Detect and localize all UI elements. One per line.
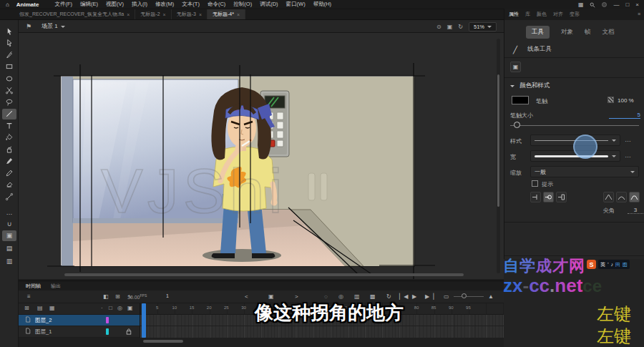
menu-item[interactable]: 控制(O)	[233, 1, 252, 8]
stage-horizontal-scrollbar[interactable]	[64, 273, 464, 276]
panel-menu-icon[interactable]: ≡	[638, 11, 640, 16]
menu-item[interactable]: 命令(C)	[208, 1, 225, 8]
layer-lock-icon[interactable]	[126, 328, 132, 336]
frame-size-large-icon[interactable]: ▲	[488, 293, 494, 300]
scale-dropdown[interactable]: 一般	[530, 166, 639, 177]
rotate-stage-icon[interactable]: ↻	[458, 24, 463, 30]
onion-skin-icon[interactable]: ◌	[324, 293, 328, 300]
loop-icon[interactable]: ↻	[386, 293, 391, 300]
document-tab[interactable]: 无标题-2×	[135, 9, 171, 19]
profile-icon[interactable]	[602, 2, 607, 7]
rectangle-tool[interactable]	[2, 62, 16, 72]
tab-close-icon[interactable]: ×	[199, 12, 202, 17]
miter-value[interactable]: 3	[628, 207, 643, 214]
new-layer-icon[interactable]: ⊞	[24, 305, 29, 311]
layer-row[interactable]: 图层_2	[19, 315, 140, 326]
play-icon[interactable]: ▶	[412, 293, 416, 300]
clipboard-icon[interactable]: ▥	[2, 256, 16, 267]
menu-item[interactable]: 帮助(H)	[313, 1, 331, 8]
stage-zoom-select[interactable]: 51%	[469, 22, 497, 31]
color-style-section-header[interactable]: 颜色和样式	[510, 82, 550, 90]
mic-icon[interactable]: ♪	[611, 262, 614, 267]
stage-vertical-scrollbar[interactable]	[497, 39, 500, 273]
restore-button[interactable]: □	[625, 1, 629, 8]
pen-tool[interactable]	[2, 49, 16, 60]
stroke-size-slider[interactable]	[510, 125, 639, 126]
panel-tab-对齐[interactable]: 对齐	[553, 11, 563, 18]
mode-tab-帧[interactable]: 帧	[585, 28, 591, 36]
menu-item[interactable]: 调试(D)	[260, 1, 278, 8]
text-tool[interactable]	[2, 120, 16, 131]
step-back-icon[interactable]: ▏◀	[399, 293, 408, 300]
timeline-settings-icon[interactable]: ≡	[27, 293, 31, 300]
show-hide-all-icon[interactable]: ·	[101, 305, 103, 311]
stage-canvas[interactable]: VJShi	[61, 76, 414, 265]
scissors-tool[interactable]	[2, 85, 16, 96]
join-miter-button[interactable]	[603, 192, 614, 202]
layer-name[interactable]: 图层_1	[35, 328, 52, 336]
selection-tool[interactable]	[2, 26, 16, 36]
punct-icon[interactable]: ’	[608, 262, 609, 267]
mode-tab-对象[interactable]: 对象	[561, 28, 573, 36]
edit-multiple-frames-icon[interactable]: ▥	[354, 293, 360, 300]
lock-all-icon[interactable]: ▣	[127, 305, 133, 311]
new-folder-icon[interactable]: ▤	[37, 305, 43, 311]
tab-close-icon[interactable]: ×	[237, 12, 240, 17]
more-tools-icon[interactable]: …	[2, 207, 16, 218]
onion-range-icon[interactable]: ▩	[370, 293, 376, 300]
cap-round-button[interactable]	[543, 192, 554, 202]
playhead[interactable]	[142, 303, 146, 338]
lang-icon[interactable]: 英	[600, 261, 605, 268]
layer-color-chip[interactable]	[106, 317, 109, 323]
scene-name[interactable]: 场景 1	[42, 22, 58, 30]
panel-tab-库[interactable]: 库	[525, 11, 530, 18]
document-tab[interactable]: 无标题-3×	[172, 9, 208, 19]
lasso-tool[interactable]	[2, 97, 16, 107]
tab-close-icon[interactable]: ×	[163, 12, 166, 17]
paint-bucket-tool[interactable]	[2, 132, 16, 143]
cap-square-button[interactable]	[556, 192, 567, 202]
prev-keyframe-icon[interactable]: <	[245, 293, 248, 300]
document-tab[interactable]: 无标题-4*×	[208, 9, 245, 19]
cap-butt-button[interactable]	[530, 192, 541, 202]
search-icon[interactable]	[590, 2, 595, 8]
snap-magnet-icon[interactable]: ∪	[2, 219, 16, 230]
mode-tab-文档[interactable]: 文档	[602, 28, 615, 36]
close-button[interactable]: ×	[635, 1, 639, 8]
join-round-button[interactable]	[616, 192, 627, 202]
document-tab[interactable]: 假发_RECOVER_RECOVER_恢复全无人物.fla×	[14, 9, 135, 19]
stage-area[interactable]: VJShi	[19, 33, 504, 279]
menu-item[interactable]: 文本(T)	[182, 1, 200, 8]
onion-outline-icon[interactable]: ◎	[338, 293, 343, 300]
center-stage-icon[interactable]: ⊙	[436, 24, 441, 30]
menu-item[interactable]: 视图(V)	[106, 1, 124, 8]
pencil-tool[interactable]	[2, 167, 16, 178]
wrench-icon[interactable]: 图	[623, 261, 628, 268]
clip-content-icon[interactable]: ▣	[447, 24, 453, 30]
timeline-tab-输出[interactable]: 输出	[51, 283, 61, 290]
step-forward-icon[interactable]: ▶▕	[425, 293, 434, 300]
graph-editor-icon[interactable]: ∿	[127, 293, 132, 300]
swap-colors-icon[interactable]: ▤	[2, 243, 16, 254]
bone-tool[interactable]	[2, 191, 16, 202]
width-options-button[interactable]: …	[625, 152, 632, 159]
stroke-color-swatch[interactable]	[512, 96, 529, 104]
ime-logo[interactable]: S	[587, 260, 596, 269]
panel-tab-属性[interactable]: 属性	[509, 11, 519, 18]
frame-size-slider-knob[interactable]	[462, 293, 467, 298]
eraser-tool[interactable]	[2, 180, 16, 190]
ink-bottle-tool[interactable]	[2, 144, 16, 155]
add-camera-icon[interactable]: ◧	[103, 293, 109, 300]
menu-item[interactable]: 文件(F)	[54, 1, 72, 8]
grid-icon[interactable]: 田	[615, 261, 620, 268]
frame-size-slider[interactable]	[454, 296, 484, 297]
next-keyframe-icon[interactable]: >	[295, 293, 298, 300]
timeline-tab-时间轴[interactable]: 时间轴	[26, 283, 41, 290]
outline-all-icon[interactable]: □	[109, 305, 112, 311]
workspace-icon[interactable]: ▦	[578, 1, 584, 8]
brush-tool[interactable]	[2, 156, 16, 167]
home-icon[interactable]: ⌂	[6, 1, 9, 8]
join-bevel-button[interactable]	[629, 192, 640, 202]
panel-tab-颜色[interactable]: 颜色	[537, 11, 547, 18]
scene-icon[interactable]: ⚑	[26, 23, 31, 30]
